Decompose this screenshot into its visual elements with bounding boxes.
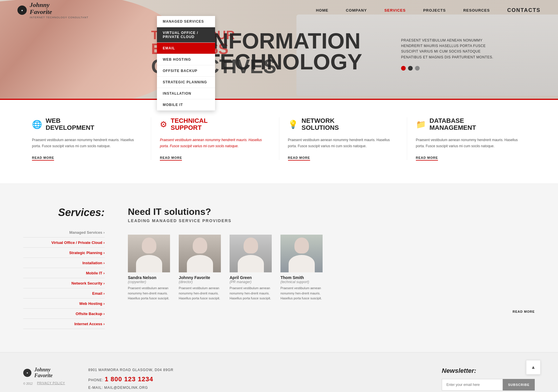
service-link-managed[interactable]: Managed Services <box>69 230 105 235</box>
dot-3[interactable] <box>415 66 420 71</box>
team-photo-inner-2 <box>179 235 221 272</box>
newsletter-title: Newsletter: <box>442 367 535 375</box>
hero-dots <box>401 66 500 71</box>
logo-text: Johnny Favorite <box>30 1 88 15</box>
services-dropdown: MANAGED SERVICES VIRTUAL OFFICE / PRIVAT… <box>157 16 215 111</box>
service-link-webhosting[interactable]: Web Hosting <box>79 301 105 306</box>
service-link-virtual[interactable]: Virtual Office / Private Cloud <box>51 240 105 245</box>
footer: ● Johnny Favorite © 2012 PRIVACY POLICY … <box>0 352 558 392</box>
feature-database: 📁 Database Management Praesent vestibulu… <box>407 117 535 160</box>
dropdown-item-offsite[interactable]: OFFSITE BACKUP <box>157 65 215 77</box>
footer-privacy-link[interactable]: PRIVACY POLICY <box>37 382 65 385</box>
hero-main-title: INFORMATION TECHNOLOGY <box>206 30 362 72</box>
team-member-3: April Green (PR manager) Praesent vestib… <box>230 235 272 301</box>
scroll-to-top-button[interactable] <box>526 360 541 375</box>
dropdown-item-installation[interactable]: INSTALLATION <box>157 88 215 99</box>
person-head-3 <box>244 238 258 253</box>
footer-email-line: E-MAIL: MAIL@DEMOLINK.ORG <box>88 385 419 391</box>
services-main-subtitle: LEADING MANAGED SERVICE PROVIDERS <box>128 218 535 223</box>
service-link-installation[interactable]: Installation <box>82 261 105 265</box>
dropdown-item-email[interactable]: EMAIL <box>157 43 215 54</box>
feature-tech-support: ⚙ Technical Support Praesent vestibulum … <box>151 117 279 160</box>
logo[interactable]: ● Johnny Favorite Internet Technology Co… <box>17 1 88 19</box>
newsletter-email-input[interactable] <box>442 379 503 391</box>
service-link-strategic[interactable]: Strategic Planning <box>69 251 105 255</box>
services-section: Services: Managed Services Virtual Offic… <box>0 183 558 352</box>
feature-network-readmore[interactable]: READ MORE <box>288 156 310 161</box>
team-desc-4: Praesent vestibulum aenean nonummy hen-d… <box>280 286 323 301</box>
team-desc-1: Praesent vestibulum aenean nonummy hen-d… <box>128 286 170 301</box>
feature-tech-desc: Praesent vestibulum aenean nonummy hendr… <box>160 137 270 149</box>
features-section: 🌐 Web Development Praesent vestibulum ae… <box>0 99 558 183</box>
footer-logo: ● Johnny Favorite <box>23 367 65 379</box>
team-role-1: (copywriter) <box>128 280 170 284</box>
feature-tech-readmore[interactable]: READ MORE <box>160 156 182 161</box>
person-head-1 <box>142 238 156 253</box>
service-link-mobileit[interactable]: Mobile IT <box>86 271 105 275</box>
feature-web-dev: 🌐 Web Development Praesent vestibulum ae… <box>23 117 151 160</box>
header: ● Johnny Favorite Internet Technology Co… <box>0 0 558 20</box>
nav-resources[interactable]: RESOURCES <box>463 8 490 12</box>
service-link-netsecurity[interactable]: Network Security <box>71 281 105 285</box>
list-item: Email <box>23 288 105 299</box>
service-link-email[interactable]: Email <box>92 291 105 296</box>
nav-home[interactable]: HOME <box>316 8 328 12</box>
footer-logo-text-area: Johnny Favorite <box>34 367 53 379</box>
team-grid: Sandra Nelson (copywriter) Praesent vest… <box>128 235 535 301</box>
list-item: Managed Services <box>23 227 105 238</box>
nav-company[interactable]: COMPANY <box>346 8 367 12</box>
footer-phone-line: PHONE: 1 800 123 1234 <box>88 373 419 385</box>
team-role-2: (director) <box>179 280 221 284</box>
services-sidebar: Services: Managed Services Virtual Offic… <box>23 206 105 329</box>
newsletter-subscribe-button[interactable]: SUBSCRIBE <box>503 379 535 391</box>
person-head-4 <box>294 238 309 253</box>
dropdown-item-virtual[interactable]: VIRTUAL OFFICE / PRIVATE CLOUD <box>157 27 215 43</box>
feature-network: 💡 Network Solutions Praesent vestibulum … <box>279 117 407 160</box>
dropdown-item-strategic[interactable]: STRATEGIC PLANNING <box>157 77 215 88</box>
feature-network-title: Network Solutions <box>302 117 339 131</box>
feature-web-dev-header: 🌐 Web Development <box>32 117 142 131</box>
dot-1[interactable] <box>401 66 406 71</box>
services-main-title: Need IT solutions? <box>128 206 535 217</box>
person-body-1 <box>136 255 162 272</box>
feature-db-readmore[interactable]: READ MORE <box>416 156 438 161</box>
dropdown-item-webhosting[interactable]: WEB HOSTING <box>157 54 215 65</box>
nav-services[interactable]: SERVICES <box>384 8 406 12</box>
list-item: Installation <box>23 258 105 268</box>
service-link-internet[interactable]: Internet Access <box>74 322 105 326</box>
team-desc-3: Praesent vestibulum aenean nonummy hen-d… <box>230 286 272 301</box>
feature-db-title: Database Management <box>430 117 476 131</box>
logo-icon: ● <box>17 6 27 15</box>
feature-db-desc: Praesent vestibulum aenean nonummy hendr… <box>416 137 526 149</box>
feature-web-dev-desc: Praesent vestibulum aenean nonummy hendr… <box>32 137 142 149</box>
service-link-offsite[interactable]: Offsite Backup <box>76 312 105 316</box>
team-role-4: (technical support) <box>280 280 323 284</box>
team-member-2: Johnny Favorite (director) Praesent vest… <box>179 235 221 301</box>
team-photo-2 <box>179 235 221 272</box>
person-body-4 <box>289 255 315 272</box>
feature-db-header: 📁 Database Management <box>416 117 526 131</box>
list-item: Virtual Office / Private Cloud <box>23 238 105 248</box>
list-item: Internet Access <box>23 319 105 329</box>
footer-copyright: © 2012 <box>23 382 33 385</box>
footer-logo-text: Johnny Favorite <box>34 367 53 379</box>
feature-web-dev-title: Web Development <box>46 117 94 131</box>
feature-tech-title: Technical Support <box>171 117 208 131</box>
hero-description: PRAESENT VESTIBULUM AENEAN NONUMMY HENDR… <box>401 38 500 60</box>
dot-2[interactable] <box>408 66 413 71</box>
footer-address-section: 8901 MARMORA ROAD GLASGOW, D04 89GR PHON… <box>88 367 419 391</box>
person-body-3 <box>238 255 264 272</box>
team-name-4: Thom Smith <box>280 275 323 280</box>
nav-contacts[interactable]: CONTACTS <box>507 7 541 13</box>
feature-tech-header: ⚙ Technical Support <box>160 117 270 131</box>
services-read-more[interactable]: READ MORE <box>128 310 535 313</box>
feature-web-dev-readmore[interactable]: READ MORE <box>32 156 54 161</box>
feature-network-desc: Praesent vestibulum aenean nonummy hendr… <box>288 137 398 149</box>
team-name-2: Johnny Favorite <box>179 275 221 280</box>
dropdown-item-mobileit[interactable]: MOBILE IT <box>157 99 215 111</box>
dropdown-item-managed[interactable]: MANAGED SERVICES <box>157 16 215 27</box>
globe-icon: 🌐 <box>32 120 42 129</box>
main-nav: HOME COMPANY SERVICES PROJECTS RESOURCES… <box>316 7 541 13</box>
team-desc-2: Praesent vestibulum aenean nonummy hen-d… <box>179 286 221 301</box>
nav-projects[interactable]: PROJECTS <box>423 8 446 12</box>
